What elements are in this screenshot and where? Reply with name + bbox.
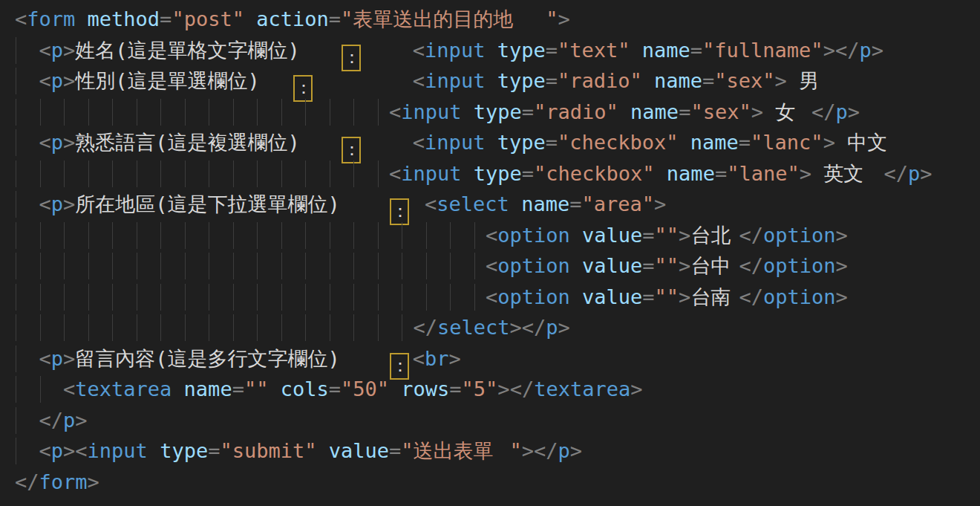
indent-guide (185, 314, 186, 341)
indent-guide (330, 314, 330, 341)
code-whitespace (15, 131, 39, 154)
code-token: > (751, 100, 763, 123)
code-whitespace (15, 224, 486, 247)
code-editor[interactable]: <form method="post" action="表單送出的目的地"> <… (0, 0, 980, 506)
code-token: input (401, 100, 461, 123)
code-token: "radio" (558, 69, 642, 92)
indent-guide (64, 253, 65, 279)
indent-guide (16, 222, 16, 249)
code-token: > (848, 100, 860, 123)
code-token: </ (811, 100, 836, 123)
code-line-4[interactable]: <input type="radio" name="sex"> 女 </p> (0, 97, 980, 128)
indent-guide (330, 222, 330, 249)
indent-guide (16, 376, 16, 403)
code-token: textarea (75, 377, 172, 400)
code-whitespace (570, 224, 582, 247)
indent-guide (281, 99, 282, 126)
code-whitespace (15, 162, 389, 185)
code-line-12[interactable]: <p>留言內容(這是多行文字欄位)：<br> (0, 343, 980, 374)
code-token: rows (401, 377, 449, 400)
indent-guide (257, 160, 258, 187)
code-token: cols (281, 377, 329, 400)
code-token: = (546, 69, 558, 92)
code-token: 性別(這是單選欄位) (75, 65, 293, 97)
code-token: > (558, 7, 570, 30)
code-token: > (654, 192, 666, 215)
indent-guide (137, 314, 137, 341)
code-whitespace (655, 162, 667, 185)
code-token: p (63, 409, 75, 432)
indent-guide (353, 253, 354, 279)
code-whitespace (15, 409, 39, 432)
code-token: </ (534, 439, 558, 462)
indent-guide (16, 407, 16, 434)
indent-guide (426, 284, 427, 311)
code-whitespace (570, 254, 582, 277)
indent-guide (88, 99, 89, 126)
code-line-5[interactable]: <p>熟悉語言(這是複選欄位)： <input type="checkbox" … (0, 127, 980, 158)
code-line-9[interactable]: <option value="">台中</option> (0, 250, 980, 282)
code-line-10[interactable]: <option value="">台南</option> (0, 282, 980, 313)
code-whitespace (618, 100, 630, 123)
code-token: > (63, 439, 75, 462)
code-token: value (582, 224, 642, 247)
indent-guide (281, 160, 282, 187)
indent-guide (353, 99, 354, 126)
indent-guide (185, 284, 186, 311)
indent-guide (209, 314, 209, 341)
code-token: input (401, 162, 461, 185)
code-whitespace (15, 347, 39, 370)
code-token: 女 (763, 97, 811, 128)
code-line-15[interactable]: <p><input type="submit" value="送出表單"></p… (0, 435, 980, 467)
code-token: </ (522, 316, 546, 339)
indent-guide (474, 253, 475, 279)
code-line-3[interactable]: <p>性別(這是單選欄位)： <input type="radio" name=… (0, 65, 980, 97)
code-token: "" (655, 224, 679, 247)
code-token: "sex" (714, 69, 774, 92)
code-whitespace (509, 192, 521, 215)
code-token: "" (655, 254, 679, 277)
indent-guide (257, 222, 258, 249)
code-token: < (413, 69, 425, 92)
code-token: > (63, 39, 75, 62)
code-token: p (51, 131, 63, 154)
code-token: < (425, 192, 437, 215)
code-line-11[interactable]: </select></p> (0, 312, 980, 343)
code-whitespace (679, 131, 690, 154)
code-line-2[interactable]: <p>姓名(這是單格文字欄位)： <input type="text" name… (0, 35, 980, 66)
code-token: "sex" (690, 100, 751, 123)
code-token: > (522, 439, 534, 462)
code-token: < (413, 39, 425, 62)
code-line-7[interactable]: <p>所在地區(這是下拉選單欄位)： <select name="area"> (0, 189, 980, 220)
code-whitespace (461, 162, 473, 185)
code-token: "checkbox" (558, 131, 679, 154)
indent-guide (112, 284, 113, 311)
code-token: < (39, 439, 51, 462)
indent-guide (209, 284, 209, 311)
code-line-16[interactable]: </form> (0, 467, 980, 498)
code-token: </ (739, 224, 763, 247)
code-token: </ (15, 470, 39, 493)
code-token: "5" (462, 377, 498, 400)
code-token: < (15, 7, 27, 30)
code-whitespace (413, 192, 425, 215)
code-line-1[interactable]: <form method="post" action="表單送出的目的地"> (0, 4, 980, 35)
code-line-14[interactable]: </p> (0, 405, 980, 436)
code-token: "lanc" (751, 131, 823, 154)
code-token: "radio" (534, 100, 618, 123)
code-whitespace (15, 69, 39, 92)
code-token: "text" (558, 39, 630, 62)
code-token: method (88, 7, 160, 30)
code-line-13[interactable]: <textarea name="" cols="50" rows="5"></t… (0, 374, 980, 405)
code-token: < (486, 285, 497, 308)
indent-guide (330, 284, 330, 311)
code-line-6[interactable]: <input type="checkbox" name="lane"> 英文 <… (0, 158, 980, 189)
indent-guide (330, 253, 330, 279)
indent-guide (450, 222, 451, 249)
code-line-8[interactable]: <option value="">台北</option> (0, 220, 980, 251)
indent-guide (353, 284, 354, 311)
indent-guide (281, 253, 282, 279)
indent-guide (257, 99, 258, 126)
indent-guide (137, 222, 137, 249)
code-token: "" (244, 377, 269, 400)
